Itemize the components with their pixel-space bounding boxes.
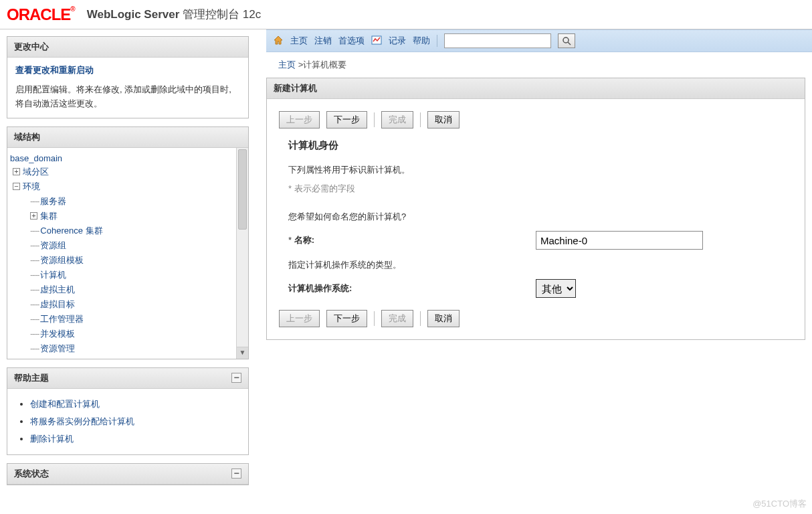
toolbar: 主页 注销 首选项 记录 帮助 [266, 29, 812, 52]
tree-node[interactable]: 并发模板 [40, 328, 75, 340]
domain-structure-title: 域结构 [7, 127, 248, 148]
breadcrumb-home[interactable]: 主页 [278, 60, 296, 70]
button-row-top: 上一步 下一步 完成 取消 [279, 107, 793, 133]
tree-node[interactable]: 计算机 [40, 269, 66, 281]
search-input[interactable] [444, 33, 551, 48]
help-link[interactable]: 将服务器实例分配给计算机 [30, 416, 134, 426]
svg-point-1 [563, 37, 569, 43]
tree-scrollbar[interactable]: ▲ ▼ [236, 148, 248, 359]
help-panel: 帮助主题 − 创建和配置计算机将服务器实例分配给计算机删除计算机 [7, 367, 249, 455]
change-center-text: 启用配置编辑。将来在修改, 添加或删除此域中的项目时, 将自动激活这些更改。 [15, 83, 240, 111]
finish-button[interactable]: 完成 [381, 310, 413, 327]
tree-node[interactable]: 资源组模板 [40, 254, 84, 266]
tree-node[interactable]: Coherence 集群 [40, 225, 102, 237]
change-center-title: 更改中心 [7, 37, 248, 58]
tree-node[interactable]: 虚拟目标 [40, 298, 75, 311]
view-changes-link[interactable]: 查看更改和重新启动 [15, 65, 94, 75]
tree-toggle-icon[interactable]: + [30, 212, 37, 220]
tree-node[interactable]: 虚拟主机 [40, 284, 75, 296]
back-button[interactable]: 上一步 [279, 111, 320, 128]
watermark: @51CTO博客 [752, 498, 807, 510]
oracle-logo: ORACLE® [7, 5, 75, 24]
help-link[interactable]: 创建和配置计算机 [30, 399, 100, 409]
content-title: 新建计算机 [267, 78, 805, 99]
tree-node[interactable]: 环境 [23, 181, 40, 193]
collapse-icon[interactable]: − [231, 373, 241, 383]
toolbar-logout[interactable]: 注销 [314, 35, 332, 47]
tree-node[interactable]: 工作管理器 [40, 313, 84, 325]
tree-node[interactable]: 资源管理 [40, 343, 75, 355]
os-select[interactable]: 其他 [536, 279, 576, 298]
tree-toggle-icon[interactable]: − [13, 183, 20, 190]
name-label: 名称: [288, 234, 536, 246]
next-button[interactable]: 下一步 [326, 310, 367, 327]
next-button[interactable]: 下一步 [326, 111, 367, 128]
status-panel: 系统状态 − [7, 463, 249, 485]
tree-node[interactable]: 域分区 [23, 166, 49, 178]
header: ORACLE® WebLogic Server 管理控制台 12c [0, 0, 812, 29]
toolbar-record[interactable]: 记录 [389, 35, 406, 47]
help-link[interactable]: 删除计算机 [30, 434, 74, 444]
status-title: 系统状态 [14, 468, 49, 480]
domain-structure-panel: 域结构 base_domain+域分区−环境----服务器+集群----Cohe… [7, 126, 249, 359]
tree-node[interactable]: 服务器 [40, 195, 66, 207]
app-title: WebLogic Server 管理控制台 12c [87, 7, 261, 22]
tree-toggle-icon[interactable]: + [13, 168, 20, 175]
toolbar-help[interactable]: 帮助 [413, 35, 430, 47]
breadcrumb-current: 计算机概要 [303, 60, 346, 70]
button-row-bottom: 上一步 下一步 完成 取消 [279, 306, 793, 331]
change-center-panel: 更改中心 查看更改和重新启动 启用配置编辑。将来在修改, 添加或删除此域中的项目… [7, 36, 249, 118]
tree-node[interactable]: 资源组 [40, 240, 66, 252]
tree-root-link[interactable]: base_domain [10, 153, 62, 163]
cancel-button[interactable]: 取消 [427, 111, 460, 128]
toolbar-home[interactable]: 主页 [290, 35, 308, 47]
name-input[interactable] [536, 231, 703, 250]
record-icon[interactable] [371, 35, 382, 47]
finish-button[interactable]: 完成 [381, 111, 413, 128]
section-desc: 下列属性将用于标识新计算机。 [288, 160, 793, 179]
home-icon[interactable] [273, 35, 284, 48]
name-prompt: 您希望如何命名您的新计算机? [288, 207, 793, 226]
os-label: 计算机操作系统: [288, 282, 536, 294]
collapse-icon[interactable]: − [231, 468, 241, 479]
domain-tree[interactable]: base_domain+域分区−环境----服务器+集群----Coherenc… [7, 148, 248, 359]
search-button[interactable] [558, 33, 575, 48]
content-panel: 新建计算机 上一步 下一步 完成 取消 计算机身份 下列属性将用于标识新计算机。… [266, 78, 805, 340]
toolbar-prefs[interactable]: 首选项 [338, 35, 365, 47]
help-title: 帮助主题 [14, 372, 49, 384]
cancel-button[interactable]: 取消 [427, 310, 460, 327]
left-column: 更改中心 查看更改和重新启动 启用配置编辑。将来在修改, 添加或删除此域中的项目… [0, 29, 254, 514]
required-note: * 表示必需的字段 [288, 183, 793, 195]
section-title: 计算机身份 [288, 139, 793, 152]
svg-line-2 [568, 42, 571, 45]
os-prompt: 指定计算机操作系统的类型。 [288, 255, 793, 274]
back-button[interactable]: 上一步 [279, 310, 320, 327]
breadcrumbs: 主页 >计算机概要 [266, 52, 812, 78]
tree-node[interactable]: 集群 [40, 210, 58, 222]
right-column: 主页 注销 首选项 记录 帮助 主页 >计算机概要 新建计算机 [254, 29, 812, 514]
search-icon [562, 36, 571, 46]
